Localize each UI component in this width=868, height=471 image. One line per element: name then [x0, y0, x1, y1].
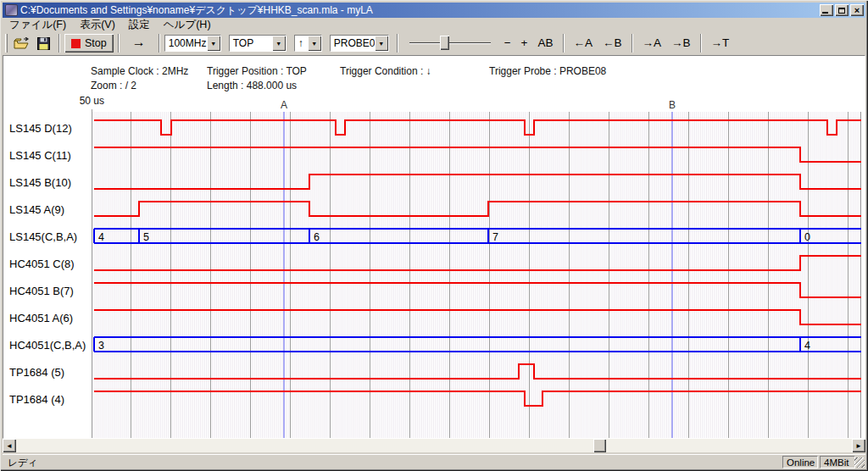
time-scale-label: 50 us: [70, 95, 104, 107]
bus-value-label: 4: [804, 340, 810, 352]
channel-label: HC4051 A(6): [9, 312, 73, 324]
toolbar-separator: [563, 34, 565, 53]
goto-trigger-button[interactable]: →T: [706, 34, 735, 53]
probe-value: PROBE00: [331, 36, 375, 51]
zoom-slider-track[interactable]: [409, 42, 491, 44]
bus-value-label: 4: [98, 231, 104, 243]
goto-marker-b-right-button[interactable]: →B: [666, 34, 696, 53]
statusbar: レディ Online 4MBit: [3, 454, 865, 468]
channel-label: LS145 D(12): [9, 122, 72, 134]
toolbar-separator: [118, 34, 120, 53]
bus-value-label: 5: [143, 231, 149, 243]
chevron-down-icon[interactable]: ▼: [207, 36, 220, 51]
channel-label: LS145 C(11): [9, 149, 71, 161]
maximize-icon: [838, 8, 845, 14]
horizontal-scrollbar[interactable]: ◄ ►: [3, 439, 865, 452]
length-info: Length : 488.000 us: [207, 80, 297, 91]
stop-button[interactable]: Stop: [64, 34, 114, 53]
channel-label: HC4051 B(7): [9, 285, 74, 296]
channel-label: HC4051 C(8): [9, 258, 75, 269]
menu-settings[interactable]: 設定: [122, 17, 157, 33]
channel-label: HC4051(C,B,A): [9, 339, 86, 351]
trigger-condition-info: Trigger Condition : ↓: [340, 65, 431, 77]
scroll-right-button[interactable]: ►: [852, 439, 865, 452]
channel-label: LS145(C,B,A): [9, 230, 77, 242]
trigger-probe-info: Trigger Probe : PROBE08: [489, 65, 606, 77]
zoom-info: Zoom : / 2: [91, 80, 136, 91]
scroll-left-button[interactable]: ◄: [3, 439, 16, 452]
channel-label: TP1684 (4): [9, 393, 64, 405]
menubar: ファイル(F) 表示(V) 設定 ヘルプ(H): [3, 18, 865, 31]
channel-label: LS145 A(9): [9, 203, 64, 215]
toolbar-separator: [58, 34, 60, 53]
channel-label: LS145 B(10): [9, 176, 71, 188]
waveform-client-area: Sample Clock : 2MHz Trigger Position : T…: [3, 55, 865, 439]
stop-label: Stop: [85, 37, 107, 49]
trigger-position-value: TOP: [230, 36, 272, 51]
toolbar-separator: [159, 34, 160, 53]
menu-view[interactable]: 表示(V): [73, 17, 122, 33]
toolbar-separator: [632, 34, 633, 53]
toolbar: Stop → 100MHz ▼ TOP ▼ ↑ ▼ PROBE00 ▼ − + …: [3, 31, 865, 55]
ab-range-button[interactable]: AB: [533, 34, 559, 53]
waveform-plot[interactable]: 4567034: [92, 109, 862, 439]
run-button[interactable]: →: [124, 34, 154, 53]
zoom-slider-thumb[interactable]: [440, 36, 449, 50]
bus-value-label: 0: [804, 231, 810, 243]
grid-fine: [93, 112, 860, 439]
chevron-down-icon[interactable]: ▼: [308, 36, 321, 51]
bus-value-label: 3: [98, 340, 104, 352]
maximize-button[interactable]: [835, 4, 849, 16]
channel-label: TP1684 (5): [9, 366, 64, 378]
chevron-down-icon[interactable]: ▼: [375, 36, 388, 51]
zoom-in-button[interactable]: +: [516, 34, 533, 53]
save-floppy-icon: [37, 37, 50, 50]
bus-value-label: 6: [314, 231, 320, 243]
toolbar-grip: [5, 34, 8, 53]
app-icon: [5, 4, 18, 16]
sample-clock-select[interactable]: 100MHz ▼: [164, 35, 221, 52]
status-ready-text: レディ: [8, 457, 37, 469]
waveform-svg: 4567034: [92, 109, 863, 439]
trigger-position-info: Trigger Position : TOP: [207, 65, 307, 77]
trigger-edge-value: ↑: [295, 36, 308, 51]
goto-marker-b-left-button[interactable]: ←B: [598, 34, 627, 53]
toolbar-separator: [397, 34, 398, 53]
app-window: C:¥Documents and Settings¥noname¥デスクトップ¥…: [0, 0, 868, 471]
minimize-button[interactable]: [820, 4, 833, 16]
minimize-icon: [822, 12, 828, 14]
chevron-down-icon[interactable]: ▼: [272, 36, 286, 51]
open-folder-icon: [14, 37, 30, 50]
zoom-out-button[interactable]: −: [499, 34, 516, 53]
zoom-slider[interactable]: [408, 34, 492, 53]
resize-grip-icon[interactable]: [854, 457, 865, 468]
status-online-badge: Online: [782, 456, 818, 468]
open-file-button[interactable]: [10, 34, 32, 53]
goto-marker-a-right-button[interactable]: →A: [637, 34, 667, 53]
bus-value-label: 7: [492, 231, 498, 243]
trigger-position-select[interactable]: TOP ▼: [229, 35, 287, 52]
sample-clock-value: 100MHz: [165, 36, 207, 51]
status-memory-badge: 4MBit: [820, 456, 855, 468]
sample-clock-info: Sample Clock : 2MHz: [91, 65, 188, 77]
save-file-button[interactable]: [32, 34, 54, 53]
probe-select[interactable]: PROBE00 ▼: [330, 35, 389, 52]
close-icon: ×: [854, 6, 860, 14]
titlebar: C:¥Documents and Settings¥noname¥デスクトップ¥…: [3, 3, 865, 18]
toolbar-separator: [700, 34, 702, 53]
window-title: C:¥Documents and Settings¥noname¥デスクトップ¥…: [20, 3, 818, 18]
goto-marker-a-left-button[interactable]: ←A: [569, 34, 598, 53]
scrollbar-thumb[interactable]: [593, 439, 606, 452]
trigger-edge-select[interactable]: ↑ ▼: [294, 35, 322, 52]
menu-help[interactable]: ヘルプ(H): [157, 17, 218, 33]
close-button[interactable]: ×: [850, 4, 864, 16]
stop-icon: [71, 39, 81, 48]
menu-file[interactable]: ファイル(F): [3, 17, 73, 33]
